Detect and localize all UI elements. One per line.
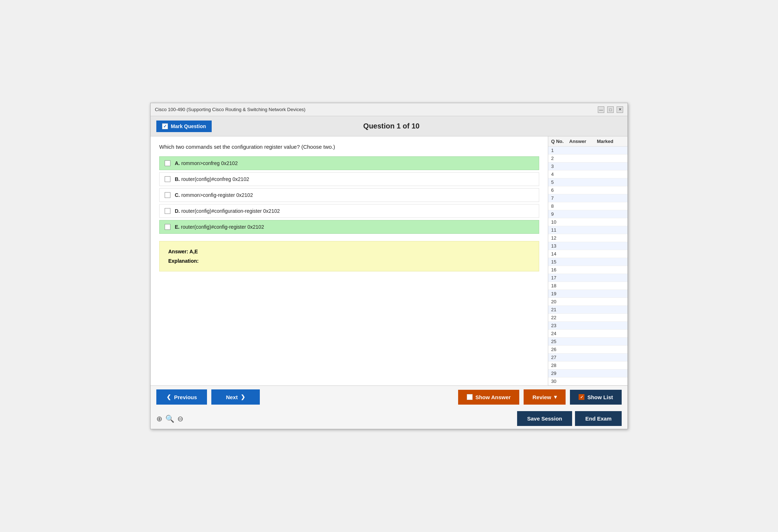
sidebar-row[interactable]: 22 bbox=[548, 314, 627, 322]
sidebar-row[interactable]: 1 bbox=[548, 147, 627, 155]
zoom-reset-button[interactable]: 🔍 bbox=[165, 414, 174, 423]
sidebar-row[interactable]: 24 bbox=[548, 330, 627, 338]
footer: Previous Next Show Answer Review ▾ ✓ Sho… bbox=[151, 385, 627, 429]
end-exam-button[interactable]: End Exam bbox=[575, 411, 622, 426]
sidebar-row[interactable]: 29 bbox=[548, 370, 627, 377]
review-button[interactable]: Review ▾ bbox=[524, 389, 566, 405]
sidebar-col-marked: Marked bbox=[597, 139, 625, 144]
sidebar-row[interactable]: 26 bbox=[548, 346, 627, 354]
sidebar-row-num: 27 bbox=[551, 355, 569, 360]
maximize-button[interactable]: □ bbox=[607, 106, 614, 113]
option-b[interactable]: B. router(config)#confreg 0x2102 bbox=[159, 172, 539, 186]
main-content: Which two commands set the configuration… bbox=[151, 136, 627, 385]
sidebar-row-answer bbox=[569, 339, 597, 344]
sidebar-row-answer bbox=[569, 180, 597, 185]
sidebar-row[interactable]: 27 bbox=[548, 354, 627, 362]
sidebar-row[interactable]: 16 bbox=[548, 266, 627, 274]
sidebar-row-num: 28 bbox=[551, 363, 569, 368]
sidebar-row[interactable]: 28 bbox=[548, 362, 627, 370]
sidebar-row-marked bbox=[597, 315, 625, 320]
sidebar-row-marked bbox=[597, 219, 625, 225]
save-session-button[interactable]: Save Session bbox=[517, 411, 572, 426]
show-answer-label: Show Answer bbox=[475, 394, 511, 400]
sidebar-row-num: 5 bbox=[551, 180, 569, 185]
sidebar-row-marked bbox=[597, 299, 625, 304]
sidebar-row-num: 22 bbox=[551, 315, 569, 320]
sidebar-row-marked bbox=[597, 379, 625, 384]
sidebar-row[interactable]: 11 bbox=[548, 226, 627, 234]
sidebar-row[interactable]: 21 bbox=[548, 306, 627, 314]
sidebar-row-num: 15 bbox=[551, 259, 569, 265]
sidebar-row[interactable]: 23 bbox=[548, 322, 627, 330]
sidebar-row-num: 20 bbox=[551, 299, 569, 304]
zoom-in-button[interactable]: ⊕ bbox=[156, 414, 162, 423]
next-chevron-icon bbox=[241, 394, 245, 400]
sidebar-row-num: 4 bbox=[551, 172, 569, 177]
sidebar-row-answer bbox=[569, 315, 597, 320]
sidebar-row[interactable]: 7 bbox=[548, 194, 627, 202]
sidebar-row-answer bbox=[569, 251, 597, 257]
sidebar-row[interactable]: 15 bbox=[548, 258, 627, 266]
question-list-sidebar: Q No. Answer Marked 1 2 3 4 5 6 bbox=[548, 136, 627, 385]
sidebar-row-answer bbox=[569, 355, 597, 360]
sidebar-row-num: 2 bbox=[551, 156, 569, 161]
question-title: Question 1 of 10 bbox=[363, 122, 420, 130]
title-bar: Cisco 100-490 (Supporting Cisco Routing … bbox=[151, 103, 627, 116]
sidebar-row[interactable]: 3 bbox=[548, 162, 627, 170]
sidebar-row-marked bbox=[597, 180, 625, 185]
option-checkbox-d bbox=[165, 208, 170, 214]
show-answer-button[interactable]: Show Answer bbox=[458, 390, 520, 405]
sidebar-row[interactable]: 10 bbox=[548, 218, 627, 226]
sidebar-row[interactable]: 18 bbox=[548, 282, 627, 290]
sidebar-row[interactable]: 8 bbox=[548, 202, 627, 210]
option-e[interactable]: E. router(config)#config-register 0x2102 bbox=[159, 220, 539, 234]
sidebar-list[interactable]: 1 2 3 4 5 6 7 8 bbox=[548, 147, 627, 385]
sidebar-row-marked bbox=[597, 227, 625, 233]
sidebar-row-answer bbox=[569, 203, 597, 209]
sidebar-row-marked bbox=[597, 172, 625, 177]
sidebar-row-marked bbox=[597, 251, 625, 257]
sidebar-row[interactable]: 6 bbox=[548, 186, 627, 194]
show-list-button[interactable]: ✓ Show List bbox=[570, 390, 622, 405]
option-a[interactable]: A. rommon>confreg 0x2102 bbox=[159, 156, 539, 170]
option-c[interactable]: C. rommon>config-register 0x2102 bbox=[159, 188, 539, 202]
minimize-button[interactable]: — bbox=[598, 106, 604, 113]
sidebar-row[interactable]: 14 bbox=[548, 250, 627, 258]
sidebar-row[interactable]: 4 bbox=[548, 170, 627, 178]
sidebar-row[interactable]: 9 bbox=[548, 210, 627, 218]
sidebar-row-marked bbox=[597, 363, 625, 368]
sidebar-row-answer bbox=[569, 347, 597, 352]
sidebar-row[interactable]: 25 bbox=[548, 338, 627, 346]
sidebar-row[interactable]: 20 bbox=[548, 298, 627, 306]
mark-question-button[interactable]: Mark Question bbox=[156, 121, 212, 132]
next-label: Next bbox=[226, 394, 238, 400]
mark-checkbox-icon bbox=[162, 123, 168, 129]
option-checkbox-c bbox=[165, 192, 170, 198]
sidebar-row[interactable]: 17 bbox=[548, 274, 627, 282]
close-button[interactable]: ✕ bbox=[617, 106, 623, 113]
answer-label: Answer: A,E bbox=[168, 249, 530, 254]
option-d[interactable]: D. router(config)#configuration-register… bbox=[159, 204, 539, 218]
sidebar-row[interactable]: 13 bbox=[548, 242, 627, 250]
sidebar-row-num: 6 bbox=[551, 187, 569, 193]
sidebar-row[interactable]: 12 bbox=[548, 234, 627, 242]
sidebar-row-marked bbox=[597, 275, 625, 280]
answer-box: Answer: A,E Explanation: bbox=[159, 241, 539, 271]
sidebar-row[interactable]: 30 bbox=[548, 377, 627, 385]
sidebar-row-num: 30 bbox=[551, 379, 569, 384]
sidebar-row-answer bbox=[569, 267, 597, 273]
sidebar-row-answer bbox=[569, 211, 597, 217]
sidebar-row-num: 25 bbox=[551, 339, 569, 344]
sidebar-row[interactable]: 19 bbox=[548, 290, 627, 298]
footer-row2: ⊕ 🔍 ⊖ Save Session End Exam bbox=[151, 408, 627, 429]
sidebar-row[interactable]: 5 bbox=[548, 178, 627, 186]
sidebar-row-num: 9 bbox=[551, 211, 569, 217]
sidebar-row[interactable]: 2 bbox=[548, 155, 627, 162]
sidebar-row-marked bbox=[597, 307, 625, 312]
zoom-out-button[interactable]: ⊖ bbox=[177, 414, 183, 423]
next-button[interactable]: Next bbox=[211, 389, 260, 405]
previous-button[interactable]: Previous bbox=[156, 389, 207, 405]
sidebar-row-answer bbox=[569, 164, 597, 169]
sidebar-row-num: 14 bbox=[551, 251, 569, 257]
explanation-label: Explanation: bbox=[168, 258, 530, 264]
